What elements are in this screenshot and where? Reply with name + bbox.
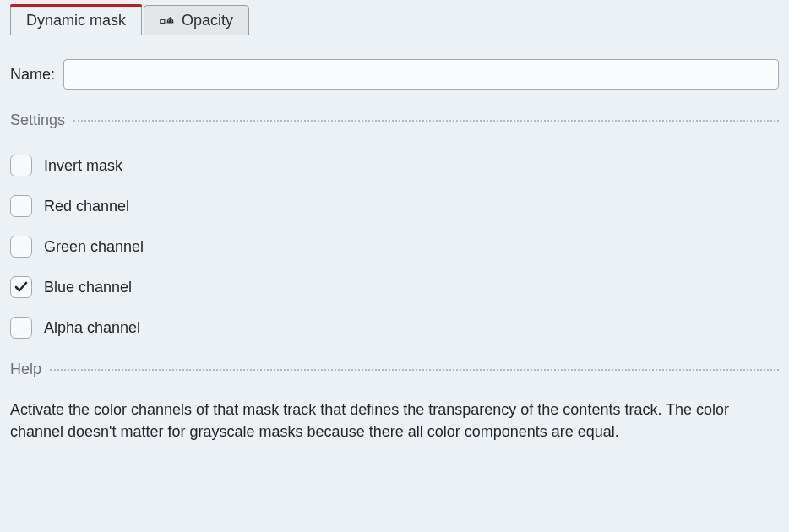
opacity-icon — [160, 14, 177, 28]
name-row: Name: — [10, 59, 779, 90]
checkbox-red-channel[interactable]: Red channel — [10, 195, 779, 217]
settings-section-header: Settings — [10, 111, 779, 129]
checkbox-box — [10, 236, 32, 258]
tab-bar: Dynamic mask Opacity — [0, 0, 789, 35]
help-section-header: Help — [10, 361, 779, 378]
name-input[interactable] — [63, 59, 779, 90]
help-text: Activate the color channels of that mask… — [10, 399, 745, 442]
tab-content: Name: Settings Invert mask Red channel G… — [0, 59, 789, 442]
checkbox-box — [10, 155, 32, 176]
checkbox-label: Alpha channel — [44, 319, 140, 337]
checkbox-invert-mask[interactable]: Invert mask — [10, 155, 779, 176]
checkbox-list: Invert mask Red channel Green channel Bl… — [10, 155, 779, 339]
name-label: Name: — [10, 66, 55, 84]
checkbox-blue-channel[interactable]: Blue channel — [10, 276, 779, 298]
checkbox-green-channel[interactable]: Green channel — [10, 236, 779, 258]
tab-label: Opacity — [182, 12, 233, 30]
checkbox-box — [10, 317, 32, 339]
checkbox-box — [10, 276, 32, 298]
svg-rect-0 — [161, 19, 165, 23]
tab-dynamic-mask[interactable]: Dynamic mask — [10, 5, 142, 35]
tab-opacity[interactable]: Opacity — [144, 5, 249, 35]
divider — [73, 120, 779, 122]
checkbox-label: Red channel — [44, 198, 129, 215]
settings-title: Settings — [10, 111, 65, 129]
checkbox-alpha-channel[interactable]: Alpha channel — [10, 317, 779, 339]
help-title: Help — [10, 361, 41, 378]
checkbox-label: Invert mask — [44, 157, 122, 175]
checkbox-label: Blue channel — [44, 279, 132, 296]
checkbox-label: Green channel — [44, 238, 144, 256]
checkbox-box — [10, 195, 32, 217]
divider — [50, 369, 779, 371]
tab-label: Dynamic mask — [26, 12, 126, 30]
